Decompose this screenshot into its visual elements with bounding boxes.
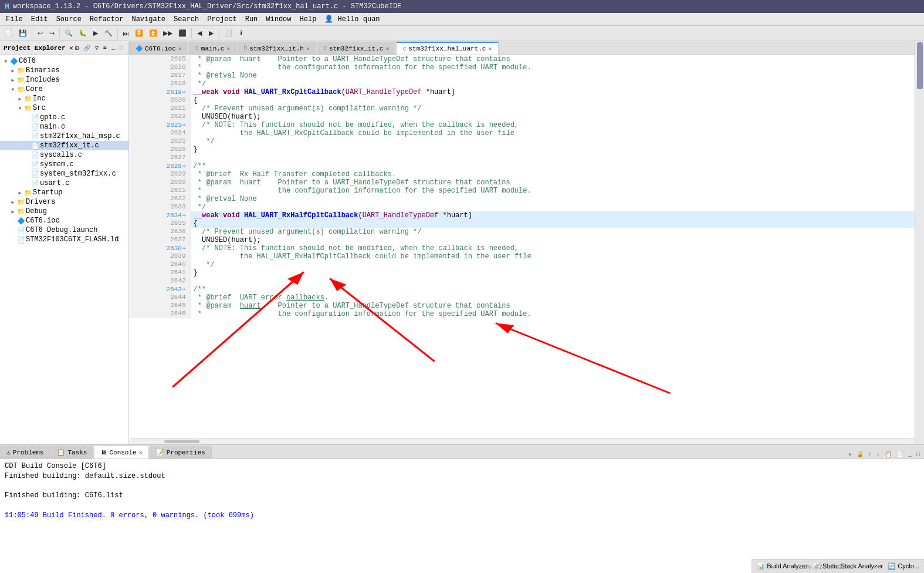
pe-collapse[interactable]: ⊡	[73, 44, 80, 52]
menu-help[interactable]: Help	[296, 14, 320, 25]
hscroll-thumb[interactable]	[164, 440, 199, 443]
tree-item-gpio-c[interactable]: 📄 gpio.c	[0, 113, 128, 122]
tb-redo[interactable]: ↪	[46, 28, 57, 38]
tree-item-debug[interactable]: ▶ 📁 Debug	[0, 207, 128, 216]
tb-resume[interactable]: ▶▶	[161, 28, 175, 38]
tb-info[interactable]: ℹ	[236, 28, 246, 38]
tree-item-core[interactable]: ▼ 📁 Core	[0, 85, 128, 94]
toolbar: 📄 💾 ↩ ↪ 🔍 🐛 ▶ 🔨 ⏭ ⏬ ⏫ ▶▶ ⬛ ◀ ▶ ⬜ ℹ	[0, 26, 924, 41]
console-minimize-btn[interactable]: _	[906, 451, 913, 459]
line-content	[191, 154, 915, 162]
expand-arrow[interactable]: ▶	[9, 200, 16, 205]
file-c-icon: 📄	[31, 170, 40, 178]
tab-close-btn[interactable]: ✕	[488, 45, 492, 52]
menu-project[interactable]: Project	[204, 14, 240, 25]
menu-edit[interactable]: Edit	[28, 14, 52, 25]
console-scroll-lock-btn[interactable]: 🔒	[855, 450, 865, 459]
console-tab-close-btn[interactable]: ✕	[139, 449, 143, 456]
tb-step-into[interactable]: ⏬	[133, 28, 145, 38]
expand-arrow[interactable]: ▶	[9, 209, 16, 214]
minimap-thumb[interactable]	[917, 42, 923, 89]
pe-minimize[interactable]: _	[110, 44, 117, 52]
menu-navigate[interactable]: Navigate	[128, 14, 169, 25]
tb-prev-edit[interactable]: ◀	[194, 28, 205, 38]
tree-item-launch[interactable]: 📄 C6T6 Debug.launch	[0, 225, 128, 235]
tree-item-includes[interactable]: ▶ 📁 Includes	[0, 75, 128, 85]
tab-close-btn[interactable]: ✕	[178, 45, 182, 52]
cyclo-tab[interactable]: 🔄 Cyclo...	[888, 562, 919, 570]
tb-next-edit[interactable]: ▶	[206, 28, 216, 38]
tab-it-h[interactable]: h stm32f1xx_it.h ✕	[238, 42, 316, 55]
pe-link[interactable]: 🔗	[82, 44, 92, 52]
tab-hal-uart-c[interactable]: c stm32f1xx_hal_uart.c ✕	[396, 42, 498, 55]
tb-run[interactable]: ▶	[90, 28, 101, 38]
tb-build[interactable]: 🔨	[102, 28, 115, 38]
tree-item-c6t6-ioc[interactable]: 🔷 C6T6.ioc	[0, 216, 128, 225]
tree-label: sysmem.c	[40, 160, 74, 168]
right-panel[interactable]	[915, 41, 924, 444]
pe-filter[interactable]: ▽	[93, 44, 100, 52]
tree-item-drivers[interactable]: ▶ 📁 Drivers	[0, 197, 128, 207]
tree-item-main-c[interactable]: 📄 main.c	[0, 122, 128, 132]
expand-arrow[interactable]: ▼	[9, 87, 16, 92]
tb-search[interactable]: 🔍	[62, 28, 75, 38]
tree-item-usart-c[interactable]: 📄 usart.c	[0, 178, 128, 188]
tree-item-startup[interactable]: ▶ 📁 Startup	[0, 188, 128, 197]
tree-item-flash-ld[interactable]: 📄 STM32F103C6TX_FLASH.ld	[0, 235, 128, 244]
tree-item-hal-msp-c[interactable]: 📄 stm32f1xx_hal_msp.c	[0, 132, 128, 141]
menu-user[interactable]: 👤 Hello quan	[321, 14, 383, 25]
expand-arrow[interactable]: ▶	[9, 77, 16, 83]
tab-close-btn[interactable]: ✕	[306, 45, 310, 52]
tab-close-btn[interactable]: ✕	[385, 45, 389, 52]
menu-search[interactable]: Search	[170, 14, 202, 25]
tab-c6t6-ioc[interactable]: 🔷 C6T6.ioc ✕	[129, 42, 188, 55]
tree-item-it-c[interactable]: 📄 stm32f1xx_it.c	[0, 141, 128, 150]
console-maximize-btn[interactable]: □	[915, 451, 922, 459]
tb-debug[interactable]: 🐛	[76, 28, 89, 38]
tab-close-btn[interactable]: ✕	[226, 45, 230, 52]
pe-menu[interactable]: ≡	[101, 44, 109, 52]
menu-source[interactable]: Source	[53, 14, 85, 25]
tb-step-over[interactable]: ⏭	[120, 29, 131, 38]
tree-item-system-c[interactable]: 📄 system_stm32f1xx.c	[0, 169, 128, 178]
menu-run[interactable]: Run	[242, 14, 262, 25]
tb-save[interactable]: 💾	[16, 28, 29, 38]
bottom-tab-console[interactable]: 🖥 Console ✕	[94, 446, 148, 459]
console-copy-btn[interactable]: 📋	[883, 450, 893, 459]
tb-new[interactable]: 📄	[2, 28, 15, 38]
tb-terminate[interactable]: ⬛	[176, 28, 189, 38]
expand-arrow[interactable]: ▼	[16, 106, 23, 111]
console-paste-btn[interactable]: 📄	[895, 450, 905, 459]
project-icon: 🔷	[9, 58, 19, 65]
expand-arrow[interactable]: ▶	[16, 96, 23, 102]
code-line-2620: 2620 {	[129, 96, 915, 105]
no-arrow	[23, 181, 31, 186]
tree-item-binaries[interactable]: ▶ 📁 Binaries	[0, 66, 128, 75]
tree-item-syscalls-c[interactable]: 📄 syscalls.c	[0, 150, 128, 160]
tb-maximize[interactable]: ⬜	[222, 28, 235, 38]
tree-item-src[interactable]: ▼ 📁 Src	[0, 103, 128, 113]
tb-undo[interactable]: ↩	[35, 28, 45, 38]
expand-arrow[interactable]: ▼	[2, 59, 9, 64]
pe-maximize[interactable]: □	[118, 44, 125, 52]
console-scroll-up-btn[interactable]: ↑	[867, 451, 874, 459]
code-editor[interactable]: 2615 * @param huart Pointer to a UART_Ha…	[129, 55, 915, 438]
tree-item-c6t6[interactable]: ▼ 🔷 C6T6	[0, 56, 128, 66]
bottom-tab-problems[interactable]: ⚠ Problems	[0, 446, 50, 459]
expand-arrow[interactable]: ▶	[9, 68, 16, 73]
line-number: 2633	[129, 203, 191, 211]
menu-window[interactable]: Window	[262, 14, 295, 25]
tab-it-c[interactable]: c stm32f1xx_it.c ✕	[317, 42, 395, 55]
tree-item-sysmem-c[interactable]: 📄 sysmem.c	[0, 160, 128, 169]
bottom-tab-properties[interactable]: 📝 Properties	[150, 446, 212, 459]
menu-file[interactable]: File	[2, 14, 26, 25]
tree-item-inc[interactable]: ▶ 📁 Inc	[0, 94, 128, 103]
menu-refactor[interactable]: Refactor	[86, 14, 127, 25]
console-clear-btn[interactable]: ✕	[847, 450, 854, 459]
tb-step-out[interactable]: ⏫	[147, 28, 160, 38]
code-horizontal-scrollbar[interactable]	[129, 438, 915, 444]
console-scroll-down-btn[interactable]: ↓	[875, 451, 882, 459]
expand-arrow[interactable]: ▶	[16, 190, 23, 196]
bottom-tab-tasks[interactable]: 📋 Tasks	[50, 446, 93, 459]
tab-main-c[interactable]: c main.c ✕	[189, 42, 237, 55]
